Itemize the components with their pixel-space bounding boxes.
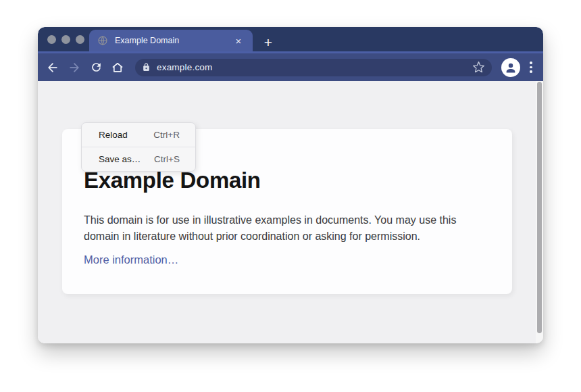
tab-example-domain[interactable]: Example Domain × [89, 30, 253, 51]
menu-item-label: Save as… [99, 154, 141, 164]
url-text: example.com [157, 62, 212, 72]
more-information-link[interactable]: More information… [84, 253, 178, 266]
tab-close-icon[interactable]: × [232, 34, 245, 47]
browser-menu-button[interactable] [526, 59, 536, 76]
globe-favicon-icon [97, 35, 108, 46]
forward-arrow-icon [68, 61, 81, 74]
back-arrow-icon [46, 61, 59, 74]
home-button[interactable] [109, 59, 126, 76]
page-paragraph: This domain is for use in illustrative e… [84, 212, 480, 245]
kebab-dot [530, 70, 532, 73]
menu-item-shortcut: Ctrl+R [153, 130, 180, 140]
new-tab-button[interactable]: + [259, 33, 277, 51]
menu-item-label: Reload [99, 130, 128, 140]
menu-item-reload[interactable]: Reload Ctrl+R [82, 123, 195, 147]
context-menu: Reload Ctrl+R Save as… Ctrl+S [81, 122, 196, 172]
menu-item-save-as[interactable]: Save as… Ctrl+S [82, 147, 195, 171]
titlebar: Example Domain × + [38, 27, 543, 51]
lock-icon [142, 63, 151, 72]
traffic-lights [47, 35, 84, 44]
scrollbar-track [536, 81, 543, 343]
toolbar: example.com [38, 53, 543, 81]
menu-item-shortcut: Ctrl+S [154, 154, 180, 164]
kebab-dot [530, 62, 532, 64]
reload-icon [90, 61, 103, 74]
browser-window: Example Domain × + [38, 27, 543, 343]
window-close-button[interactable] [47, 35, 56, 44]
forward-button[interactable] [66, 59, 82, 76]
bookmark-star-icon[interactable] [472, 61, 485, 74]
scrollbar-thumb[interactable] [537, 82, 542, 333]
home-icon [111, 61, 124, 74]
reload-button[interactable] [88, 59, 104, 76]
address-bar[interactable]: example.com [135, 59, 492, 76]
profile-avatar-button[interactable] [501, 58, 520, 77]
back-button[interactable] [45, 59, 61, 76]
page-viewport: Example Domain This domain is for use in… [38, 81, 543, 343]
window-maximize-button[interactable] [76, 35, 84, 44]
kebab-dot [530, 66, 532, 69]
person-icon [504, 61, 517, 74]
tab-title: Example Domain [115, 36, 232, 45]
window-minimize-button[interactable] [61, 35, 70, 44]
